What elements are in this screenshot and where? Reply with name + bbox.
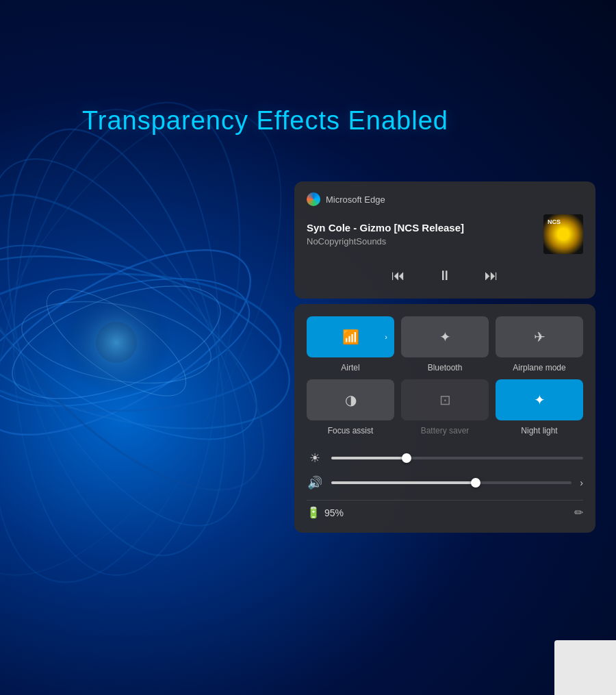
edge-icon <box>307 192 320 206</box>
media-player-card: Microsoft Edge Syn Cole - Gizmo [NCS Rel… <box>294 181 595 299</box>
night-light-label: Night light <box>521 426 557 435</box>
toggle-item-wifi: 📶 › Airtel <box>307 316 394 372</box>
media-header: Microsoft Edge <box>307 192 583 206</box>
volume-slider[interactable] <box>331 481 572 484</box>
edit-icon[interactable]: ✏ <box>574 506 583 519</box>
night-light-icon: ✦ <box>534 392 546 408</box>
toggle-item-bluetooth: ✦ Bluetooth <box>401 316 489 372</box>
album-art <box>543 214 583 254</box>
media-track-title: Syn Cole - Gizmo [NCS Release] <box>307 222 543 233</box>
media-app-name: Microsoft Edge <box>326 194 385 205</box>
quick-settings-card: 📶 › Airtel ✦ Bluetooth ✈ Airplane mode <box>294 304 595 533</box>
album-art-image <box>543 214 583 254</box>
brightness-thumb[interactable] <box>402 453 411 463</box>
battery-icon: 🔋 <box>307 506 320 519</box>
battery-percentage: 95% <box>324 507 344 518</box>
media-controls: ⏮ ⏸ ⏭ <box>307 265 583 286</box>
bluetooth-label: Bluetooth <box>428 363 463 372</box>
volume-icon: 🔊 <box>307 475 323 490</box>
toggle-item-airplane: ✈ Airplane mode <box>496 316 583 372</box>
volume-thumb[interactable] <box>471 478 480 488</box>
night-light-toggle-button[interactable]: ✦ <box>496 379 583 420</box>
pause-button[interactable]: ⏸ <box>435 265 454 286</box>
quick-settings-panel: Microsoft Edge Syn Cole - Gizmo [NCS Rel… <box>294 181 595 533</box>
toggle-item-battery-saver: ⊡ Battery saver <box>401 379 489 435</box>
brightness-slider-row: ☀ <box>307 451 583 466</box>
wifi-icon: 📶 <box>342 329 359 345</box>
airplane-icon: ✈ <box>534 329 546 345</box>
volume-slider-row: 🔊 › <box>307 475 583 490</box>
page-title: Transparency Effects Enabled <box>82 106 448 136</box>
wallpaper-flower <box>0 0 342 695</box>
volume-expand-icon[interactable]: › <box>580 477 583 488</box>
wifi-label: Airtel <box>341 363 359 372</box>
media-artist: NoCopyrightSounds <box>307 236 543 247</box>
airplane-toggle-button[interactable]: ✈ <box>496 316 583 357</box>
focus-label: Focus assist <box>328 426 374 435</box>
brightness-icon: ☀ <box>307 451 323 466</box>
media-info: Syn Cole - Gizmo [NCS Release] NoCopyrig… <box>307 222 543 247</box>
focus-icon: ◑ <box>345 392 357 408</box>
prev-button[interactable]: ⏮ <box>389 265 408 286</box>
svg-point-15 <box>62 288 171 397</box>
bottom-app-strip <box>554 640 616 695</box>
focus-toggle-button[interactable]: ◑ <box>307 379 394 420</box>
brightness-slider[interactable] <box>331 457 583 459</box>
wifi-toggle-button[interactable]: 📶 › <box>307 316 394 357</box>
bottom-bar: 🔋 95% ✏ <box>307 500 583 519</box>
battery-saver-toggle-button[interactable]: ⊡ <box>401 379 489 420</box>
wifi-arrow-icon: › <box>385 333 387 341</box>
toggle-item-night-light: ✦ Night light <box>496 379 583 435</box>
toggle-grid: 📶 › Airtel ✦ Bluetooth ✈ Airplane mode <box>307 316 583 435</box>
battery-saver-label: Battery saver <box>421 426 470 435</box>
brightness-fill <box>331 457 407 459</box>
airplane-label: Airplane mode <box>513 363 565 372</box>
volume-fill <box>331 481 476 484</box>
toggle-item-focus: ◑ Focus assist <box>307 379 394 435</box>
media-content: Syn Cole - Gizmo [NCS Release] NoCopyrig… <box>307 214 583 254</box>
battery-saver-icon: ⊡ <box>439 392 451 408</box>
bluetooth-icon: ✦ <box>439 329 451 345</box>
bluetooth-toggle-button[interactable]: ✦ <box>401 316 489 357</box>
next-button[interactable]: ⏭ <box>482 265 501 286</box>
